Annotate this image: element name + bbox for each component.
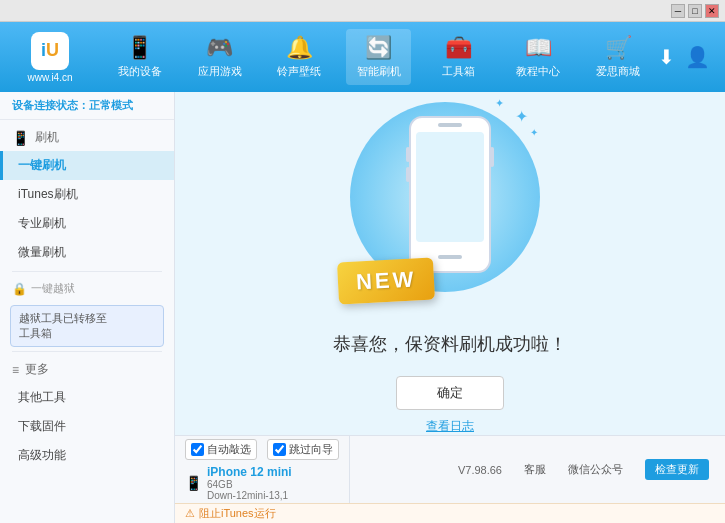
sidebar-item-advanced[interactable]: 高级功能	[0, 441, 174, 470]
body-area: 设备连接状态：正常模式 📱 刷机 一键刷机 iTunes刷机 专业刷机 微量刷机	[0, 92, 725, 523]
nav-tutorials[interactable]: 📖 教程中心	[506, 29, 571, 85]
more-section-label: 更多	[25, 361, 49, 378]
main-content: NEW ✦ ✦ ✦ 恭喜您，保资料刷机成功啦！ 确定 查看日志	[175, 92, 725, 435]
title-bar: ─ □ ✕	[0, 0, 725, 22]
jailbreak-section: 🔒 一键越狱	[0, 276, 174, 301]
advanced-label: 高级功能	[18, 448, 66, 462]
minimize-button[interactable]: ─	[671, 4, 685, 18]
download-firmware-label: 下载固件	[18, 419, 66, 433]
new-badge: NEW	[337, 258, 435, 305]
sparkle-1: ✦	[515, 107, 528, 126]
nav-toolbox-label: 工具箱	[442, 64, 475, 79]
no-itunes-bar: ⚠ 阻止iTunes运行	[175, 503, 725, 523]
logo-url: www.i4.cn	[27, 72, 72, 83]
nav-bar: 📱 我的设备 🎮 应用游戏 🔔 铃声壁纸 🔄 智能刷机 🧰 工具箱 📖 教程中心…	[100, 29, 658, 85]
confirm-button[interactable]: 确定	[396, 376, 504, 410]
sidebar: 设备连接状态：正常模式 📱 刷机 一键刷机 iTunes刷机 专业刷机 微量刷机	[0, 92, 175, 523]
svg-rect-6	[406, 167, 410, 182]
nav-mall[interactable]: 🛒 爱思商城	[586, 29, 651, 85]
success-message: 恭喜您，保资料刷机成功啦！	[333, 332, 567, 356]
skip-wizard-label: 跳过向导	[289, 442, 333, 457]
itunes-flash-label: iTunes刷机	[18, 187, 78, 201]
mall-icon: 🛒	[605, 35, 632, 61]
toolbox-icon: 🧰	[445, 35, 472, 61]
window-controls[interactable]: ─ □ ✕	[671, 4, 719, 18]
pro-flash-label: 专业刷机	[18, 216, 66, 230]
maximize-button[interactable]: □	[688, 4, 702, 18]
checkbox-row: 自动敲选 跳过向导	[185, 439, 339, 460]
device-name: iPhone 12 mini	[207, 465, 292, 479]
jailbreak-notice-text: 越狱工具已转移至工具箱	[19, 312, 107, 339]
user-icon[interactable]: 👤	[685, 45, 710, 69]
more-section-icon: ≡	[12, 363, 19, 377]
close-button[interactable]: ✕	[705, 4, 719, 18]
one-key-flash-label: 一键刷机	[18, 158, 66, 172]
skip-wizard-checkbox[interactable]	[273, 443, 286, 456]
warning-icon: ⚠	[185, 507, 195, 520]
lock-icon: 🔒	[12, 282, 27, 296]
device-info: 📱 iPhone 12 mini 64GB Down-12mini-13,1	[185, 465, 339, 501]
ringtones-icon: 🔔	[286, 35, 313, 61]
logo: iU www.i4.cn	[10, 32, 90, 83]
sidebar-item-data-flash[interactable]: 微量刷机	[0, 238, 174, 267]
sidebar-item-itunes-flash[interactable]: iTunes刷机	[0, 180, 174, 209]
divider-2	[12, 351, 162, 352]
flash-section-icon: 📱	[12, 130, 29, 146]
content-area: NEW ✦ ✦ ✦ 恭喜您，保资料刷机成功啦！ 确定 查看日志 自动敲选	[175, 92, 725, 523]
svg-rect-1	[416, 132, 484, 242]
other-tools-label: 其他工具	[18, 390, 66, 404]
nav-smart-flash-label: 智能刷机	[357, 64, 401, 79]
customer-service-link[interactable]: 客服	[524, 462, 546, 477]
nav-smart-flash[interactable]: 🔄 智能刷机	[346, 29, 411, 85]
device-phone-icon: 📱	[185, 475, 202, 491]
nav-ringtones[interactable]: 🔔 铃声壁纸	[267, 29, 332, 85]
sidebar-item-pro-flash[interactable]: 专业刷机	[0, 209, 174, 238]
nav-ringtones-label: 铃声壁纸	[277, 64, 321, 79]
nav-my-device-label: 我的设备	[118, 64, 162, 79]
footer-sidebar: 自动敲选 跳过向导 📱 iPhone 12 mini 64GB Down-12m…	[175, 436, 350, 503]
nav-apps-games[interactable]: 🎮 应用游戏	[187, 29, 252, 85]
nav-toolbox[interactable]: 🧰 工具箱	[426, 29, 491, 85]
nav-my-device[interactable]: 📱 我的设备	[107, 29, 172, 85]
device-storage: 64GB	[207, 479, 292, 490]
apps-games-icon: 🎮	[206, 35, 233, 61]
logo-icon: iU	[31, 32, 69, 70]
download-icon[interactable]: ⬇	[658, 45, 675, 69]
footer-content: V7.98.66 客服 微信公众号 检查更新	[350, 436, 725, 503]
sidebar-item-download-firmware[interactable]: 下载固件	[0, 412, 174, 441]
sparkle-2: ✦	[530, 127, 538, 138]
view-log-link[interactable]: 查看日志	[426, 418, 474, 435]
status-label: 设备连接状态：	[12, 99, 89, 111]
smart-flash-icon: 🔄	[365, 35, 392, 61]
device-model: Down-12mini-13,1	[207, 490, 292, 501]
svg-rect-3	[438, 123, 462, 127]
connection-status: 设备连接状态：正常模式	[0, 92, 174, 120]
nav-tutorials-label: 教程中心	[516, 64, 560, 79]
auto-select-label: 自动敲选	[207, 442, 251, 457]
auto-select-checkbox[interactable]	[191, 443, 204, 456]
flash-section-header: 📱 刷机	[0, 124, 174, 151]
version-text: V7.98.66	[458, 464, 502, 476]
no-itunes-text: 阻止iTunes运行	[199, 506, 276, 521]
skip-wizard-checkbox-container[interactable]: 跳过向导	[267, 439, 339, 460]
svg-rect-4	[490, 147, 494, 167]
my-device-icon: 📱	[126, 35, 153, 61]
svg-rect-2	[438, 255, 462, 259]
header-right-actions: ⬇ 👤	[658, 45, 715, 69]
more-section-header: ≡ 更多	[0, 356, 174, 383]
wechat-link[interactable]: 微信公众号	[568, 462, 623, 477]
phone-illustration: NEW ✦ ✦ ✦	[330, 92, 570, 322]
sidebar-scroll: 设备连接状态：正常模式 📱 刷机 一键刷机 iTunes刷机 专业刷机 微量刷机	[0, 92, 174, 523]
sidebar-item-one-key-flash[interactable]: 一键刷机	[0, 151, 174, 180]
nav-apps-games-label: 应用游戏	[198, 64, 242, 79]
header: iU www.i4.cn 📱 我的设备 🎮 应用游戏 🔔 铃声壁纸 🔄 智能刷机…	[0, 22, 725, 92]
footer-bar: 自动敲选 跳过向导 📱 iPhone 12 mini 64GB Down-12m…	[175, 435, 725, 503]
tutorials-icon: 📖	[525, 35, 552, 61]
flash-section-label: 刷机	[35, 129, 59, 146]
auto-select-checkbox-container[interactable]: 自动敲选	[185, 439, 257, 460]
divider-1	[12, 271, 162, 272]
device-details: iPhone 12 mini 64GB Down-12mini-13,1	[207, 465, 292, 501]
check-update-button[interactable]: 检查更新	[645, 459, 709, 480]
jailbreak-label: 一键越狱	[31, 281, 75, 296]
sidebar-item-other-tools[interactable]: 其他工具	[0, 383, 174, 412]
